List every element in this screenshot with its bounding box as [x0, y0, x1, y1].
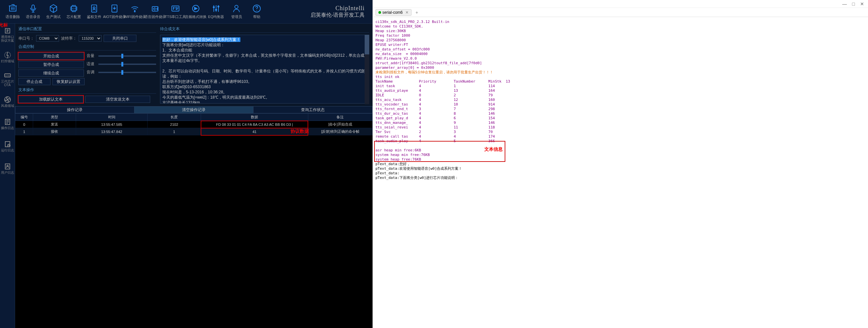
- table-row[interactable]: 1接收13:55:47.842141[反馈]收到正确的命令帧: [16, 128, 373, 135]
- toolbar-label: TTS串口工具: [165, 14, 186, 19]
- serial-output[interactable]: ci130x_sdk_ALG_PRO_2.3.12 Built-in Welco…: [373, 17, 868, 328]
- audio-convert-icon: [191, 4, 200, 13]
- textops-group-title: 文本操作: [18, 87, 156, 94]
- voice-burn-icon: [151, 4, 160, 13]
- run-log-icon: [4, 140, 11, 148]
- toolbar-wifi-burn[interactable]: WIFI固件烧录: [125, 2, 145, 22]
- col-header: 备注: [308, 114, 372, 121]
- toolbar-audio-convert[interactable]: 音频格式转换: [186, 2, 206, 22]
- sidebar-ota[interactable]: OTA三代芯片OTA: [0, 68, 15, 91]
- col-header: 类型: [33, 114, 76, 121]
- pitch-slider[interactable]: [98, 72, 156, 73]
- speed-slider[interactable]: [98, 64, 156, 65]
- pending-text-title: 待合成文本: [160, 26, 369, 33]
- toolbar-prod-test[interactable]: 生产测试: [43, 2, 64, 22]
- sidebar-label: 通用串口协议方案: [1, 35, 14, 42]
- svg-rect-0: [32, 5, 34, 9]
- toolbar-label: 芯片配置: [67, 14, 81, 19]
- user-log-icon: [4, 163, 11, 170]
- minimize-button[interactable]: —: [842, 1, 847, 6]
- sidebar-label: 灯控领域: [1, 59, 14, 63]
- prod-test-icon: [49, 4, 58, 13]
- sidebar-light[interactable]: 灯控领域: [0, 46, 15, 68]
- sidebar-run-log[interactable]: 运行日志: [0, 135, 15, 157]
- tab-bar: serial-com6 ✕ +: [373, 8, 868, 17]
- svg-text:IOT: IOT: [72, 7, 76, 10]
- status-dot-icon: [378, 11, 381, 14]
- clear-ops-log-button[interactable]: 清空操作记录: [134, 106, 253, 113]
- auth-file-icon: [90, 4, 99, 13]
- sidebar-protocol[interactable]: 通用串口协议方案: [0, 24, 15, 46]
- toolbar-voice-record[interactable]: 语音录音: [23, 2, 43, 22]
- cell-len: 1: [147, 128, 201, 135]
- toolbar-label: WIFI固件烧录: [124, 14, 146, 19]
- synth-group-title: 合成控制: [18, 43, 156, 51]
- cell-time: 13:55:47.842: [76, 128, 148, 135]
- toolbar-help[interactable]: 帮助: [247, 2, 267, 22]
- close-button[interactable]: ✕: [860, 1, 864, 6]
- toolbar-aiot-burn[interactable]: AIOT固件烧录: [104, 2, 125, 22]
- baud-combo[interactable]: 115200: [79, 35, 102, 42]
- new-tab-button[interactable]: +: [413, 10, 420, 15]
- sidebar-fan[interactable]: 风扇领域: [0, 91, 15, 113]
- toolbar-label: 语音录音: [26, 14, 40, 19]
- log-table-wrap: 编号类型时间长度数据备注 0发送13:55:47.5852102FD 08 33…: [15, 113, 373, 328]
- pause-synth-button[interactable]: 暂停合成: [18, 61, 84, 68]
- protocol-icon: [4, 27, 11, 34]
- op-log-icon: [4, 118, 11, 126]
- light-icon: [4, 52, 11, 59]
- tts-tool-icon: [171, 4, 180, 13]
- volume-label: 音量: [87, 53, 96, 59]
- start-synth-button[interactable]: 开始合成: [18, 53, 84, 60]
- sidebar-op-log[interactable]: 操作日志: [0, 113, 15, 135]
- cell-type: 发送: [33, 121, 76, 128]
- maximize-button[interactable]: □: [852, 1, 855, 6]
- stop-synth-button[interactable]: 停止合成: [18, 78, 51, 85]
- port-label: 串口号：: [18, 36, 34, 41]
- query-status-button[interactable]: 查询工作状态: [253, 106, 373, 113]
- admin-icon: [232, 4, 241, 13]
- toolbar-voice-burn[interactable]: 语音固件烧录: [145, 2, 165, 22]
- toolbar-tts-tool[interactable]: TTS串口工具: [165, 2, 186, 22]
- close-port-button[interactable]: 关闭串口: [104, 35, 136, 42]
- volume-slider[interactable]: [98, 55, 156, 57]
- toolbar-label: 管理员: [231, 14, 242, 19]
- wifi-burn-icon: [130, 4, 140, 13]
- window-controls: — □ ✕: [373, 0, 868, 8]
- left-sidebar: 通用串口协议方案灯控领域OTA三代芯片OTA风扇领域操作日志运行日志用户日志: [0, 24, 15, 328]
- restore-default-button[interactable]: 恢复默认设置: [53, 78, 85, 85]
- toolbar-label: 生产测试: [46, 14, 61, 19]
- toolbar-auth-file[interactable]: 鉴权文件: [84, 2, 104, 22]
- resume-synth-button[interactable]: 继续合成: [18, 69, 84, 77]
- svg-point-10: [213, 6, 214, 8]
- toolbar-label: AIOT固件烧录: [103, 14, 126, 19]
- port-combo[interactable]: COM8: [36, 35, 59, 42]
- speed-label: 语速: [87, 61, 96, 67]
- tab-close-icon[interactable]: ✕: [405, 10, 409, 15]
- serial-tab[interactable]: serial-com6 ✕: [375, 9, 411, 16]
- aiot-burn-icon: [110, 4, 119, 13]
- cell-id: 1: [16, 128, 33, 135]
- col-header: 编号: [16, 114, 33, 121]
- toolbar-eq[interactable]: EQ均衡器: [206, 2, 226, 22]
- toolbar-label: 语音固件烧录: [144, 14, 166, 19]
- clear-send-text-button[interactable]: 清空发送文本: [85, 96, 150, 103]
- load-default-text-button[interactable]: 加载默认文本: [18, 96, 83, 103]
- synth-text-area[interactable]: 您好，欢迎使用智能语音[w0]合成系列方案！下面将分类[w0]进行芯片功能说明：…: [160, 35, 369, 103]
- help-icon: [252, 4, 261, 13]
- text-scrollbar[interactable]: [365, 35, 369, 104]
- sidebar-user-log[interactable]: 用户日志: [0, 157, 15, 179]
- ota-icon: OTA: [4, 72, 11, 79]
- fan-icon: [4, 96, 11, 103]
- toolbar-chip-config[interactable]: IOT芯片配置: [64, 2, 84, 22]
- toolbar-voice-delete[interactable]: 语音删除: [3, 2, 23, 22]
- ops-log-button[interactable]: 操作记录: [15, 106, 134, 113]
- eq-icon: [212, 4, 221, 13]
- cell-id: 0: [16, 121, 33, 128]
- cell-note: [命令]开始合成: [308, 121, 372, 128]
- toolbar-admin[interactable]: 管理员: [226, 2, 247, 22]
- svg-point-13: [235, 5, 238, 8]
- cell-note: [反馈]收到正确的命令帧: [308, 128, 372, 135]
- table-row[interactable]: 0发送13:55:47.5852102FD 08 33 01 01 C4 FA …: [16, 121, 373, 128]
- svg-point-4: [93, 7, 95, 9]
